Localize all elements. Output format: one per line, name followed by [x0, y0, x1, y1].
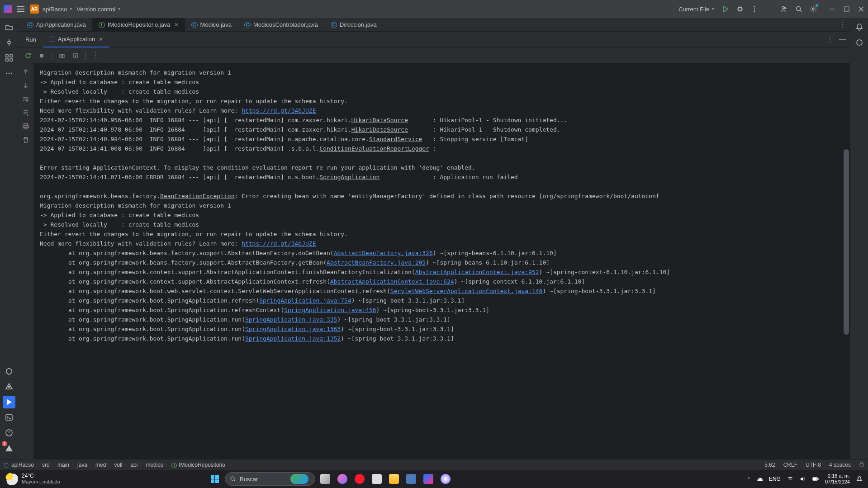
- wifi-icon[interactable]: [787, 476, 793, 482]
- run-config-selector[interactable]: Current File▼: [678, 6, 715, 13]
- run-button[interactable]: [721, 5, 730, 13]
- rerun-button[interactable]: [23, 50, 33, 61]
- clear-button[interactable]: [21, 135, 31, 145]
- project-tool-button[interactable]: [3, 21, 15, 33]
- print-button[interactable]: [21, 121, 31, 131]
- onedrive-icon[interactable]: [756, 476, 763, 482]
- svg-point-5: [797, 7, 801, 11]
- structure-tool-button[interactable]: [3, 52, 15, 64]
- console-link[interactable]: SpringApplication.java:456: [284, 307, 376, 313]
- services-tool-button[interactable]: [3, 380, 15, 393]
- search-button[interactable]: [795, 5, 803, 13]
- window-close-button[interactable]: [858, 6, 864, 12]
- console-link[interactable]: ServletWebServerApplicationContext.java:…: [390, 288, 543, 294]
- intellij-button[interactable]: [421, 472, 436, 486]
- vertical-scrollbar[interactable]: [844, 149, 849, 335]
- clock[interactable]: 2:16 a. m. 07/15/2024: [825, 473, 850, 485]
- close-icon[interactable]: ✕: [174, 22, 179, 28]
- console-output[interactable]: Migration description mismatch for migra…: [33, 63, 850, 470]
- taskbar-search[interactable]: Buscar: [225, 472, 315, 486]
- toolbar-more-button[interactable]: ⋮: [90, 50, 101, 61]
- soft-wrap-button[interactable]: [21, 94, 31, 104]
- more-actions-button[interactable]: [750, 5, 759, 13]
- run-more-button[interactable]: ⋮: [826, 35, 834, 44]
- more-tool-button[interactable]: [3, 67, 15, 80]
- svg-rect-9: [6, 55, 8, 57]
- main-menu-button[interactable]: [15, 4, 26, 14]
- console-link[interactable]: AbstractBeanFactory.java:205: [327, 259, 426, 266]
- breadcrumb-item[interactable]: java: [77, 462, 87, 468]
- breadcrumb-item[interactable]: voll: [114, 462, 122, 468]
- cursor-position[interactable]: 5:62: [764, 462, 775, 468]
- notifications-icon[interactable]: [856, 476, 863, 482]
- console-link[interactable]: AbstractApplicationContext.java:952: [415, 269, 539, 275]
- terminal-tool-button[interactable]: [3, 411, 15, 424]
- window-minimize-button[interactable]: [829, 6, 835, 12]
- warnings-tool-button[interactable]: 1: [3, 442, 15, 455]
- tab-more-button[interactable]: ⋮: [839, 20, 850, 29]
- close-icon[interactable]: ✕: [99, 36, 103, 43]
- line-separator[interactable]: CRLF: [783, 462, 797, 468]
- down-button[interactable]: [21, 81, 31, 90]
- vcs-selector[interactable]: Version control▼: [76, 6, 121, 13]
- opera-button[interactable]: [352, 472, 367, 486]
- console-link[interactable]: https://rd.gt/3AbJUZE: [242, 240, 316, 247]
- console-link[interactable]: AbstractApplicationContext.java:624: [330, 278, 454, 285]
- run-tool-button[interactable]: [3, 396, 15, 408]
- svg-point-8: [8, 41, 10, 44]
- breadcrumb[interactable]: apiRacso〉src〉main〉java〉med〉voll〉api〉medi…: [11, 462, 225, 468]
- breadcrumb-item[interactable]: med: [95, 462, 106, 468]
- export-button[interactable]: [70, 50, 81, 61]
- run-minimize-button[interactable]: —: [839, 35, 846, 44]
- language-indicator[interactable]: ENG: [769, 476, 781, 482]
- file-explorer-button[interactable]: [387, 472, 401, 486]
- breadcrumb-item[interactable]: medico: [146, 462, 163, 468]
- screenshot-button[interactable]: [57, 50, 67, 61]
- file-encoding[interactable]: UTF-8: [806, 462, 821, 468]
- editor-tab[interactable]: CMedicosControlador.java: [238, 18, 324, 31]
- readonly-lock-icon[interactable]: [859, 461, 864, 468]
- console-link[interactable]: SpringApplication.java:335: [245, 316, 337, 323]
- build-tool-button[interactable]: [3, 365, 15, 378]
- ai-assistant-button[interactable]: [853, 36, 866, 49]
- weather-widget[interactable]: 24°C Mayorm. nublado: [0, 473, 60, 485]
- console-link[interactable]: https://rd.gt/3AbJUZE: [242, 107, 316, 114]
- app-button-3[interactable]: [438, 472, 453, 486]
- battery-icon[interactable]: [812, 476, 819, 482]
- project-selector[interactable]: apiRacso▼: [43, 6, 73, 13]
- breadcrumb-item[interactable]: IIMedicoRepositorio: [171, 462, 225, 468]
- run-toolbar: ⋮: [18, 48, 850, 63]
- settings-button[interactable]: [809, 5, 817, 13]
- console-link[interactable]: SpringApplication.java:754: [259, 297, 351, 304]
- console-link[interactable]: AbstractBeanFactory.java:326: [334, 250, 433, 256]
- start-button[interactable]: [208, 472, 222, 486]
- problems-tool-button[interactable]: [3, 426, 15, 439]
- code-with-me-button[interactable]: [780, 5, 788, 13]
- volume-icon[interactable]: [800, 476, 806, 482]
- breadcrumb-item[interactable]: apiRacso: [11, 462, 34, 468]
- editor-tab[interactable]: CApiApplication.java: [21, 18, 92, 31]
- breadcrumb-item[interactable]: src: [42, 462, 49, 468]
- notifications-tool-button[interactable]: [853, 21, 866, 33]
- console-link[interactable]: SpringApplication.java:1363: [245, 326, 341, 332]
- breadcrumb-item[interactable]: api: [130, 462, 138, 468]
- debug-button[interactable]: [736, 5, 744, 13]
- left-tool-rail: 1: [0, 18, 18, 470]
- editor-tab[interactable]: CMedico.java: [185, 18, 238, 31]
- tray-expand-icon[interactable]: ˄: [748, 477, 750, 482]
- copilot-button[interactable]: [335, 472, 350, 486]
- scroll-to-end-button[interactable]: [21, 108, 31, 118]
- app-button-1[interactable]: [370, 472, 384, 486]
- window-maximize-button[interactable]: [844, 6, 850, 12]
- stop-button[interactable]: [36, 50, 47, 61]
- commit-tool-button[interactable]: [3, 36, 15, 49]
- editor-tab[interactable]: IIMedicoRepositorio.java✕: [92, 18, 185, 31]
- app-button-2[interactable]: [404, 472, 418, 486]
- task-view-button[interactable]: [318, 472, 332, 486]
- run-config-tab[interactable]: ApiApplication ✕: [43, 32, 109, 47]
- editor-tab[interactable]: CDireccion.java: [324, 18, 383, 31]
- console-link[interactable]: SpringApplication.java:1352: [245, 335, 341, 342]
- indent-setting[interactable]: 4 spaces: [829, 462, 851, 468]
- up-button[interactable]: [21, 67, 31, 77]
- breadcrumb-item[interactable]: main: [57, 462, 69, 468]
